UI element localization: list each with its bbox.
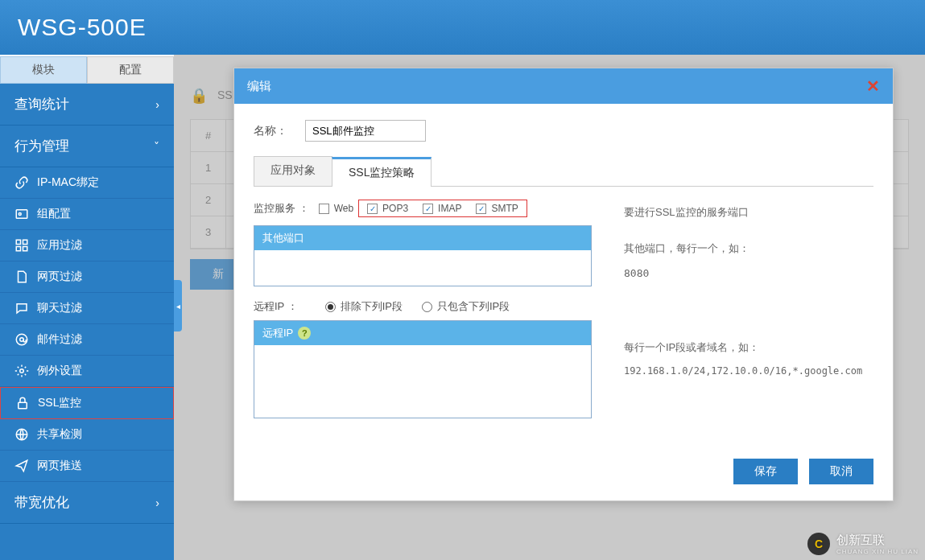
- sidebar-item-mailfilter[interactable]: 邮件过滤: [0, 324, 174, 356]
- sidebar: 模块 配置 查询统计 › 行为管理 ˅ IP-MAC绑定 组配置 应用过滤 网页…: [0, 55, 174, 560]
- svg-point-1: [19, 213, 21, 216]
- checkbox-web[interactable]: [319, 204, 329, 214]
- sidebar-section-behavior[interactable]: 行为管理 ˅: [0, 126, 174, 167]
- sidebar-section-label: 查询统计: [14, 95, 69, 113]
- table-header-num: #: [191, 120, 226, 151]
- table-row-num: 3: [191, 216, 226, 248]
- svg-rect-4: [16, 247, 20, 251]
- tab-apply-target[interactable]: 应用对象: [254, 156, 332, 186]
- at-icon: [14, 332, 29, 347]
- page-icon: [14, 270, 29, 284]
- service-name: SMTP: [491, 203, 518, 214]
- svg-rect-2: [16, 240, 20, 244]
- remote-ip-panel: 远程IP ?: [254, 320, 592, 418]
- save-button[interactable]: 保存: [733, 459, 798, 484]
- sidebar-tab-config[interactable]: 配置: [87, 56, 174, 84]
- svg-rect-9: [19, 402, 27, 409]
- radio-label: 排除下列IP段: [341, 299, 403, 314]
- sidebar-item-label: SSL监控: [38, 396, 81, 410]
- help-line: 要进行SSL监控的服务端口: [624, 200, 873, 224]
- remote-ip-label: 远程IP ：: [254, 299, 298, 314]
- modal-title: 编辑: [247, 79, 271, 94]
- sidebar-section-bandwidth[interactable]: 带宽优化 ›: [0, 482, 174, 524]
- modal-header: 编辑 ✕: [234, 68, 893, 104]
- cancel-button[interactable]: 取消: [809, 459, 873, 484]
- app-header: WSG-500E: [0, 0, 925, 55]
- sidebar-item-chatfilter[interactable]: 聊天过滤: [0, 293, 174, 324]
- sidebar-item-appfilter[interactable]: 应用过滤: [0, 230, 174, 261]
- table-row-num: 1: [191, 152, 226, 183]
- sidebar-item-ssl[interactable]: SSL监控: [0, 387, 174, 419]
- svg-point-8: [20, 369, 24, 373]
- remote-ip-textarea[interactable]: [254, 345, 591, 418]
- sidebar-section-query[interactable]: 查询统计 ›: [0, 84, 174, 126]
- sidebar-item-label: 邮件过滤: [37, 332, 82, 347]
- close-icon[interactable]: ✕: [866, 76, 880, 96]
- lock-icon: 🔒: [190, 87, 208, 105]
- app-title: WSG-500E: [18, 14, 147, 41]
- sidebar-tab-module[interactable]: 模块: [0, 56, 87, 84]
- sidebar-item-share[interactable]: 共享检测: [0, 419, 174, 451]
- help-line: 每行一个IP段或者域名，如：: [624, 335, 873, 360]
- sidebar-item-ipmac[interactable]: IP-MAC绑定: [0, 167, 174, 199]
- radio-exclude[interactable]: [325, 302, 336, 312]
- edit-modal: 编辑 ✕ 名称： 应用对象 SSL监控策略 监控服务 ： Web: [233, 68, 894, 501]
- sidebar-section-label: 行为管理: [14, 137, 69, 155]
- service-name: IMAP: [438, 203, 461, 214]
- chevron-down-icon: ˅: [154, 140, 159, 153]
- lock-icon: [15, 396, 30, 410]
- grid-icon: [14, 238, 29, 253]
- sidebar-item-label: 聊天过滤: [37, 301, 82, 315]
- sidebar-tabs: 模块 配置: [0, 55, 174, 84]
- watermark: C 创新互联 CHUANG XIN HU LIAN: [807, 533, 919, 555]
- service-name: POP3: [382, 203, 408, 214]
- service-highlight-group: ✓ POP3 ✓ IMAP ✓ SMTP: [358, 200, 527, 217]
- name-label: 名称：: [254, 124, 294, 138]
- other-port-textarea[interactable]: [254, 250, 591, 286]
- sidebar-item-label: 组配置: [37, 207, 71, 221]
- table-row-num: 2: [191, 184, 226, 216]
- globe-icon: [14, 427, 29, 442]
- help-line: 192.168.1.0/24,172.10.0.0/16,*.google.co…: [624, 360, 873, 383]
- help-icon[interactable]: ?: [298, 327, 311, 340]
- other-port-panel: 其他端口: [254, 225, 592, 286]
- sidebar-item-push[interactable]: 网页推送: [0, 451, 174, 482]
- svg-rect-5: [23, 247, 27, 251]
- watermark-logo-icon: C: [807, 533, 830, 555]
- watermark-text: 创新互联: [836, 533, 885, 546]
- gear-icon: [14, 364, 29, 378]
- sidebar-item-label: IP-MAC绑定: [37, 175, 99, 190]
- chevron-right-icon: ›: [155, 98, 159, 111]
- sidebar-item-label: 网页推送: [37, 459, 82, 473]
- chevron-right-icon: ›: [155, 496, 159, 509]
- sidebar-item-label: 共享检测: [37, 427, 82, 442]
- checkbox-imap[interactable]: ✓: [423, 204, 433, 214]
- link-icon: [14, 175, 29, 190]
- sidebar-item-exception[interactable]: 例外设置: [0, 356, 174, 387]
- checkbox-smtp[interactable]: ✓: [476, 204, 486, 214]
- remote-ip-title: 远程IP: [262, 326, 293, 340]
- help-line: 8080: [624, 261, 873, 286]
- radio-label: 只包含下列IP段: [437, 299, 510, 314]
- svg-rect-3: [23, 240, 27, 244]
- name-input[interactable]: [305, 120, 426, 142]
- help-line: 其他端口，每行一个，如：: [624, 236, 873, 261]
- sidebar-section-label: 带宽优化: [14, 493, 69, 512]
- other-port-title: 其他端口: [254, 226, 591, 250]
- checkbox-pop3[interactable]: ✓: [367, 204, 378, 214]
- watermark-subtext: CHUANG XIN HU LIAN: [836, 548, 919, 555]
- radio-include[interactable]: [422, 302, 432, 312]
- sidebar-item-label: 应用过滤: [37, 238, 82, 253]
- send-icon: [14, 459, 29, 473]
- modal-tabs: 应用对象 SSL监控策略: [254, 156, 873, 187]
- sidebar-item-webfilter[interactable]: 网页过滤: [0, 261, 174, 293]
- chat-icon: [14, 301, 29, 315]
- tab-ssl-policy[interactable]: SSL监控策略: [332, 157, 432, 187]
- help-text: 要进行SSL监控的服务端口 其他端口，每行一个，如： 8080 每行一个IP段或…: [624, 200, 873, 431]
- service-label: 监控服务 ：: [254, 201, 309, 216]
- sidebar-item-label: 网页过滤: [37, 270, 82, 284]
- sidebar-item-label: 例外设置: [37, 364, 82, 378]
- sidebar-collapse-handle[interactable]: ◂: [174, 280, 182, 331]
- sidebar-item-group[interactable]: 组配置: [0, 199, 174, 230]
- service-name: Web: [334, 203, 353, 214]
